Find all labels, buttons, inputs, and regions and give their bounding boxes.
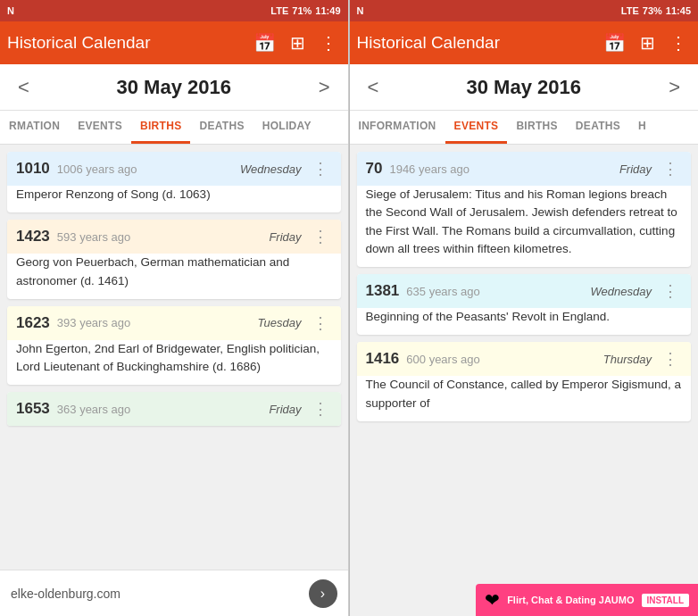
left-tabs: RMATION EVENTS BIRTHS DEATHS HOLIDAY <box>0 111 348 145</box>
right-date-nav: < 30 May 2016 > <box>350 64 699 111</box>
tab-information-left[interactable]: RMATION <box>0 111 69 144</box>
event-body-1010: Emperor Renzong of Song (d. 1063) <box>7 186 341 212</box>
event-card-1416: 1416 600 years ago Thursday ⋮ The Counci… <box>357 342 692 421</box>
tab-births-right[interactable]: BIRTHS <box>507 111 566 144</box>
left-carrier: N <box>7 5 14 16</box>
left-status-right: LTE 71% 11:49 <box>270 5 340 16</box>
dating-ad-name: Flirt, Chat & Dating JAUMO <box>507 595 634 605</box>
left-grid-icon[interactable]: ⊞ <box>287 29 309 57</box>
event-more-1416[interactable]: ⋮ <box>659 349 682 369</box>
tab-deaths-left[interactable]: DEATHS <box>190 111 253 144</box>
event-more-1423[interactable]: ⋮ <box>309 227 332 246</box>
event-card-1653: 1653 363 years ago Friday ⋮ <box>7 392 341 426</box>
event-card-1623: 1623 393 years ago Tuesday ⋮ John Egerto… <box>7 306 341 386</box>
tab-information-right[interactable]: INFORMATION <box>350 111 445 144</box>
event-body-1623: John Egerton, 2nd Earl of Bridgewater, E… <box>7 340 341 386</box>
tab-holidays-left[interactable]: HOLIDAY <box>253 111 320 144</box>
tab-deaths-right[interactable]: DEATHS <box>567 111 629 144</box>
left-ad-bar: elke-oldenburg.com › <box>0 570 348 616</box>
event-header-1423: 1423 593 years ago Friday ⋮ <box>7 220 341 254</box>
dating-ad-install-button[interactable]: INSTALL <box>642 594 689 607</box>
left-next-arrow[interactable]: > <box>312 72 337 103</box>
event-day-1416: Thursday <box>603 353 652 366</box>
event-header-1010: 1010 1006 years ago Wednesday ⋮ <box>7 152 341 186</box>
left-panel: N LTE 71% 11:49 Historical Calendar 📅 ⊞ … <box>0 0 349 616</box>
left-content[interactable]: 1010 1006 years ago Wednesday ⋮ Emperor … <box>0 145 348 570</box>
right-status-left: N <box>357 5 364 16</box>
right-status-right: LTE 73% 11:45 <box>621 5 691 16</box>
right-tabs: INFORMATION EVENTS BIRTHS DEATHS H <box>350 111 699 145</box>
tab-holidays-right[interactable]: H <box>629 111 655 144</box>
event-header-1653: 1653 363 years ago Friday ⋮ <box>7 392 341 426</box>
event-body-70: Siege of Jerusalem: Titus and his Roman … <box>357 186 692 267</box>
event-header-1623: 1623 393 years ago Tuesday ⋮ <box>7 306 341 340</box>
event-years-ago-1423: 593 years ago <box>57 230 262 244</box>
right-time: 11:45 <box>666 5 691 16</box>
left-status-left: N <box>7 5 14 16</box>
event-day-1010: Wednesday <box>240 162 301 176</box>
event-card-1381: 1381 635 years ago Wednesday ⋮ Beginning… <box>357 274 692 335</box>
tab-births-left[interactable]: BIRTHS <box>131 111 190 144</box>
event-year-1423: 1423 <box>16 228 50 246</box>
left-battery: 71% <box>292 5 312 16</box>
right-next-arrow[interactable]: > <box>661 72 687 103</box>
right-calendar-icon[interactable]: 📅 <box>600 29 629 57</box>
left-signal: LTE <box>270 5 288 16</box>
event-more-1653[interactable]: ⋮ <box>309 399 332 419</box>
event-year-1416: 1416 <box>366 350 400 368</box>
event-year-1653: 1653 <box>16 400 50 418</box>
left-more-icon[interactable]: ⋮ <box>316 29 341 57</box>
event-more-1010[interactable]: ⋮ <box>309 159 332 179</box>
event-day-70: Friday <box>619 162 652 176</box>
event-years-ago-1381: 635 years ago <box>406 285 583 298</box>
left-ad-arrow[interactable]: › <box>309 579 337 608</box>
right-date-title: 30 May 2016 <box>467 76 581 99</box>
left-status-bar: N LTE 71% 11:49 <box>0 0 348 21</box>
left-date-nav: < 30 May 2016 > <box>0 64 348 111</box>
event-body-1423: Georg von Peuerbach, German mathematicia… <box>7 254 341 299</box>
right-signal: LTE <box>621 5 639 16</box>
event-body-1416: The Council of Constance, called by Empe… <box>357 376 692 421</box>
event-years-ago-1010: 1006 years ago <box>57 162 233 176</box>
tab-events-right[interactable]: EVENTS <box>445 111 508 144</box>
right-app-title: Historical Calendar <box>357 33 594 53</box>
event-card-70: 70 1946 years ago Friday ⋮ Siege of Jeru… <box>357 152 692 267</box>
event-header-1381: 1381 635 years ago Wednesday ⋮ <box>357 274 692 308</box>
event-more-1381[interactable]: ⋮ <box>659 281 682 301</box>
right-carrier: N <box>357 5 364 16</box>
left-date-title: 30 May 2016 <box>117 76 231 99</box>
event-day-1653: Friday <box>269 403 301 416</box>
left-calendar-icon[interactable]: 📅 <box>250 29 279 57</box>
right-toolbar: Historical Calendar 📅 ⊞ ⋮ <box>350 21 699 64</box>
right-panel: N LTE 73% 11:45 Historical Calendar 📅 ⊞ … <box>350 0 699 616</box>
event-year-70: 70 <box>366 160 383 178</box>
tab-events-left[interactable]: EVENTS <box>69 111 131 144</box>
event-more-1623[interactable]: ⋮ <box>309 313 332 333</box>
right-content[interactable]: 70 1946 years ago Friday ⋮ Siege of Jeru… <box>350 145 699 616</box>
event-day-1381: Wednesday <box>591 285 652 298</box>
event-header-70: 70 1946 years ago Friday ⋮ <box>357 152 692 186</box>
event-card-1423: 1423 593 years ago Friday ⋮ Georg von Pe… <box>7 220 341 299</box>
event-more-70[interactable]: ⋮ <box>659 159 682 179</box>
event-years-ago-1653: 363 years ago <box>57 403 262 416</box>
event-card-1010: 1010 1006 years ago Wednesday ⋮ Emperor … <box>7 152 341 212</box>
left-time: 11:49 <box>315 5 340 16</box>
right-grid-icon[interactable]: ⊞ <box>636 29 659 57</box>
right-prev-arrow[interactable]: < <box>361 72 386 103</box>
event-body-1381: Beginning of the Peasants' Revolt in Eng… <box>357 308 692 335</box>
dating-ad-text: Flirt, Chat & Dating JAUMO <box>507 595 634 605</box>
right-status-bar: N LTE 73% 11:45 <box>350 0 699 21</box>
event-year-1623: 1623 <box>16 314 50 332</box>
event-years-ago-1416: 600 years ago <box>406 353 595 366</box>
left-ad-text: elke-oldenburg.com <box>11 587 302 601</box>
left-app-title: Historical Calendar <box>7 33 243 53</box>
right-more-icon[interactable]: ⋮ <box>666 29 691 57</box>
left-prev-arrow[interactable]: < <box>11 72 37 103</box>
left-toolbar: Historical Calendar 📅 ⊞ ⋮ <box>0 21 348 64</box>
event-day-1623: Tuesday <box>258 316 302 329</box>
event-day-1423: Friday <box>269 230 301 244</box>
dating-ad: ❤ Flirt, Chat & Dating JAUMO INSTALL <box>476 584 698 616</box>
right-battery: 73% <box>643 5 662 16</box>
event-year-1010: 1010 <box>16 160 50 178</box>
event-years-ago-70: 1946 years ago <box>389 162 611 176</box>
